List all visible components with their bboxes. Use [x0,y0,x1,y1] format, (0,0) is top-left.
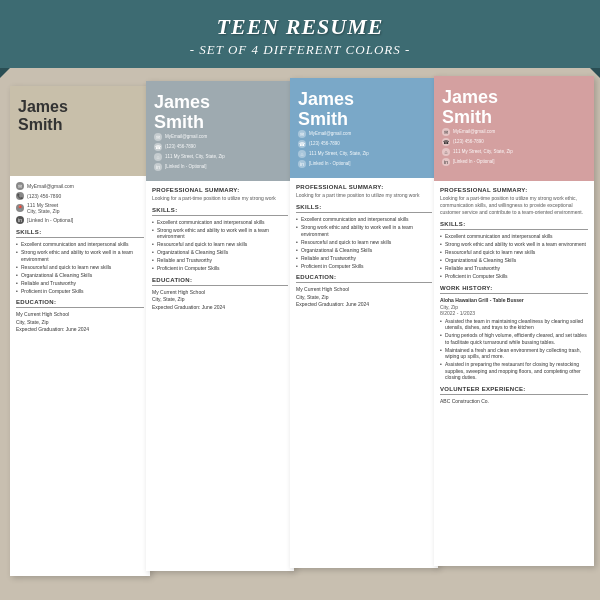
skill-item: Excellent communication and interpersona… [296,216,432,223]
card1-skills-title: SKILLS: [16,229,144,235]
skill-item: Strong work ethic and ability to work we… [152,227,288,240]
skill-item: Strong work ethic and ability to work we… [296,224,432,237]
card4-volunteer-title: VOLUNTEER EXPERIENCE: [440,386,588,392]
skill-item: Resourceful and quick to learn new skill… [152,241,288,248]
card4-summary-text: Looking for a part-time position to util… [440,195,588,216]
skill-item: Excellent communication and interpersona… [16,241,144,248]
phone-icon: 📞 [16,192,24,200]
skill-item: Organizational & Cleaning Skills [440,257,588,264]
work-bullet: During periods of high volume, efficient… [440,332,588,345]
skill-item: Reliable and Trustworthy [296,255,432,262]
work-bullet: Assisted in preparing the restaurant for… [440,361,588,381]
linkedin-icon: in [442,158,450,166]
card3-edu-line [296,282,432,283]
map-icon: ⌂ [442,148,450,156]
card1-email: ✉ MyEmail@gmail.com [16,182,144,190]
skill-item: Reliable and Trustworthy [16,280,144,287]
resume-card-blue: James Smith ✉ MyEmail@gmail.com ☎ (123) … [290,78,438,568]
card2-name: James Smith [154,93,286,133]
skill-item: Resourceful and quick to learn new skill… [296,239,432,246]
skill-item: Reliable and Trustworthy [152,257,288,264]
email-icon: ✉ [16,182,24,190]
card2-body: PROFESSIONAL SUMMARY: Looking for a part… [146,181,294,571]
card4-skills-title: SKILLS: [440,221,588,227]
work-bullet: Assisted the team in maintaining cleanli… [440,318,588,331]
card3-body: PROFESSIONAL SUMMARY: Looking for a part… [290,178,438,568]
card3-edu-title: EDUCATION: [296,274,432,280]
banner-title: TEEN RESUME [10,14,590,40]
card2-phone: ☎ (123) 456-7890 [154,143,286,151]
card1-edu-line [16,307,144,308]
card4-work-title: WORK HISTORY: [440,285,588,291]
skill-item: Proficient in Computer Skills [440,273,588,280]
card1-edu-title: EDUCATION: [16,299,144,305]
phone-icon: ☎ [154,143,162,151]
banner-subtitle: - SET OF 4 DIFFERENT COLORS - [10,42,590,58]
card4-work-job: Aloha Hawaiian Grill - Table Busser [440,297,588,303]
card4-summary-title: PROFESSIONAL SUMMARY: [440,187,588,193]
linkedin-icon: in [154,163,162,171]
card4-phone: ☎ (123) 456-7890 [442,138,586,146]
card2-email: ✉ MyEmail@gmail.com [154,133,286,141]
phone-icon: ☎ [298,140,306,148]
card4-volunteer-text: ABC Construction Co. [440,398,588,404]
card4-body: PROFESSIONAL SUMMARY: Looking for a part… [434,181,594,566]
card4-work-line [440,293,588,294]
card2-contact: ✉ MyEmail@gmail.com ☎ (123) 456-7890 ⌂ 1… [154,133,286,171]
map-icon: 📍 [16,204,24,212]
skill-item: Proficient in Computer Skills [296,263,432,270]
card3-phone: ☎ (123) 456-7890 [298,140,430,148]
card1-edu-text: My Current High School City, State, Zip … [16,311,144,334]
email-icon: ✉ [298,130,306,138]
card1-header: James Smith [10,86,150,176]
card2-linkedin: in [Linked In - Optional] [154,163,286,171]
skill-item: Strong work ethic and ability to work we… [440,241,588,248]
card1-linkedin: in [Linked In - Optional] [16,216,144,224]
card2-summary-text: Looking for a part-time position to util… [152,195,288,202]
card3-header: James Smith ✉ MyEmail@gmail.com ☎ (123) … [290,78,438,178]
linkedin-icon: in [298,160,306,168]
map-icon: ⌂ [154,153,162,161]
skill-item: Excellent communication and interpersona… [440,233,588,240]
resume-card-beige: James Smith ✉ MyEmail@gmail.com 📞 (123) … [10,86,150,576]
card1-phone: 📞 (123) 456-7890 [16,192,144,200]
card3-email: ✉ MyEmail@gmail.com [298,130,430,138]
work-bullet: Maintained a fresh and clean environment… [440,347,588,360]
card2-header: James Smith ✉ MyEmail@gmail.com ☎ (123) … [146,81,294,181]
skill-item: Organizational & Cleaning Skills [296,247,432,254]
skill-item: Proficient in Computer Skills [16,288,144,295]
card4-contact: ✉ MyEmail@gmail.com ☎ (123) 456-7890 ⌂ 1… [442,128,586,166]
card3-summary-title: PROFESSIONAL SUMMARY: [296,184,432,190]
resume-cards-container: James Smith ✉ MyEmail@gmail.com 📞 (123) … [0,68,600,588]
skill-item: Resourceful and quick to learn new skill… [440,249,588,256]
card4-name: James Smith [442,88,586,128]
card3-skills-line [296,212,432,213]
skill-item: Organizational & Cleaning Skills [16,272,144,279]
resume-card-pink: James Smith ✉ MyEmail@gmail.com ☎ (123) … [434,76,594,566]
skill-item: Reliable and Trustworthy [440,265,588,272]
card3-contact: ✉ MyEmail@gmail.com ☎ (123) 456-7890 ⌂ 1… [298,130,430,168]
card2-skills-title: SKILLS: [152,207,288,213]
resume-card-gray: James Smith ✉ MyEmail@gmail.com ☎ (123) … [146,81,294,571]
skill-item: Organizational & Cleaning Skills [152,249,288,256]
card1-body: ✉ MyEmail@gmail.com 📞 (123) 456-7890 📍 1… [10,176,150,576]
card2-summary-title: PROFESSIONAL SUMMARY: [152,187,288,193]
card1-skills-line [16,237,144,238]
linkedin-icon: in [16,216,24,224]
email-icon: ✉ [442,128,450,136]
email-icon: ✉ [154,133,162,141]
card2-skills-line [152,215,288,216]
card3-address: ⌂ 111 My Street, City, State, Zip [298,150,430,158]
card4-email: ✉ MyEmail@gmail.com [442,128,586,136]
card4-volunteer-line [440,394,588,395]
card2-address: ⌂ 111 My Street, City, State, Zip [154,153,286,161]
card3-summary-text: Looking for a part time position to util… [296,192,432,199]
card2-edu-line [152,285,288,286]
card3-skills-title: SKILLS: [296,204,432,210]
card4-linkedin: in [Linked In - Optional] [442,158,586,166]
card3-linkedin: in [Linked In - Optional] [298,160,430,168]
phone-icon: ☎ [442,138,450,146]
skill-item: Excellent communication and interpersona… [152,219,288,226]
skill-item: Resourceful and quick to learn new skill… [16,264,144,271]
banner: TEEN RESUME - SET OF 4 DIFFERENT COLORS … [0,0,600,68]
